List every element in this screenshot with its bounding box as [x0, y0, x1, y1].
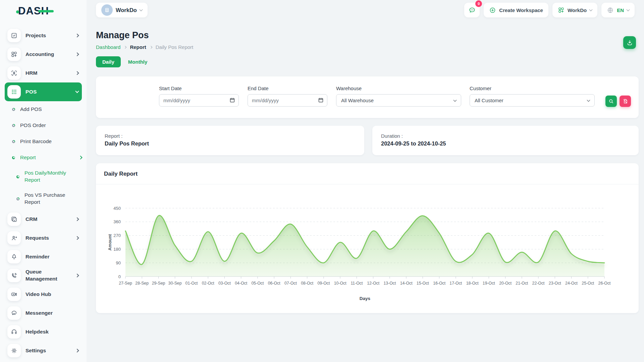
end-date-input[interactable] — [248, 94, 327, 107]
sidebar-item-requests[interactable]: Requests — [5, 229, 82, 247]
report-summary-card: Report : Daily Pos Report — [96, 126, 364, 155]
sidebar-item-pos-daily-monthly-report[interactable]: Pos Daily/Monthly Report — [5, 166, 82, 188]
filter-search-button[interactable] — [605, 96, 617, 107]
daily-report-chart: 09018027036045027-Sep28-Sep29-Sep30-Sep0… — [104, 193, 631, 303]
svg-text:28-Sep: 28-Sep — [135, 281, 149, 286]
page-title: Manage Pos — [96, 30, 149, 41]
calendar-icon — [318, 97, 324, 103]
download-button[interactable] — [623, 36, 636, 49]
tab-daily[interactable]: Daily — [96, 56, 121, 67]
create-workspace-button[interactable]: Create Workspace — [484, 3, 548, 17]
svg-text:0: 0 — [118, 274, 121, 279]
sidebar-item-accounting[interactable]: Accounting — [5, 45, 82, 64]
sidebar-item-label: Print Barcode — [20, 138, 82, 145]
svg-text:180: 180 — [113, 247, 121, 252]
sidebar-item-report[interactable]: Report — [5, 149, 82, 166]
report-period-tabs: Daily Monthly — [96, 56, 149, 67]
user-plus-icon — [7, 231, 21, 245]
sidebar-item-crm[interactable]: CRM — [5, 210, 82, 229]
chevron-right-icon — [75, 71, 79, 75]
breadcrumb-dashboard[interactable]: Dashboard — [96, 44, 120, 50]
sidebar-item-hrm[interactable]: HRM — [5, 64, 82, 82]
headset-icon — [7, 325, 21, 339]
video-camera-icon — [7, 288, 21, 301]
end-date-label: End Date — [248, 85, 327, 91]
svg-text:21-Oct: 21-Oct — [516, 281, 528, 286]
customer-label: Customer — [470, 85, 595, 91]
report-value: Daily Pos Report — [105, 140, 149, 147]
sidebar-item-label: Helpdesk — [25, 328, 78, 336]
sidebar-item-label: HRM — [25, 70, 73, 77]
search-icon — [608, 98, 614, 104]
grid-plus-icon — [558, 7, 565, 13]
download-icon — [626, 39, 633, 46]
chart-title: Daily Report — [104, 171, 138, 177]
customer-select[interactable]: All Customer — [470, 94, 595, 107]
chat-bubble-icon — [7, 306, 21, 320]
daily-report-card: Daily Report 09018027036045027-Sep28-Sep… — [96, 163, 639, 313]
messages-button[interactable]: 0 — [464, 3, 480, 17]
calendar-icon — [229, 97, 235, 105]
svg-text:11-Oct: 11-Oct — [351, 281, 363, 286]
workspace-menu-button[interactable]: WorkDo — [552, 3, 597, 17]
chevron-right-icon — [75, 236, 79, 240]
svg-text:16-Oct: 16-Oct — [433, 281, 445, 286]
grid-plus-icon — [7, 48, 21, 61]
start-date-input[interactable] — [159, 94, 239, 107]
workspace-selector[interactable]: WorkDo — [96, 3, 148, 17]
cards-icon — [7, 213, 21, 226]
breadcrumb-report[interactable]: Report — [130, 44, 146, 50]
svg-text:23-Oct: 23-Oct — [549, 281, 561, 286]
logo-text: DASH — [18, 5, 49, 17]
filter-reset-button[interactable] — [620, 96, 631, 107]
circle-plus-icon — [489, 7, 496, 14]
sidebar-item-helpdesk[interactable]: Helpdesk — [5, 322, 82, 341]
svg-text:18-Oct: 18-Oct — [466, 281, 479, 286]
sidebar-item-messenger[interactable]: Messenger — [5, 304, 82, 322]
chevron-down-icon — [627, 8, 630, 11]
sidebar-item-label: CRM — [25, 216, 73, 223]
sidebar-item-print-barcode[interactable]: Print Barcode — [5, 133, 82, 149]
sidebar-menu: ProjectsAccountingHRMPOSAdd POSPOS Order… — [5, 26, 82, 360]
start-date-label: Start Date — [159, 85, 239, 91]
brand-logo[interactable]: DASH — [18, 4, 49, 18]
tab-monthly[interactable]: Monthly — [127, 56, 149, 67]
sidebar-item-settings[interactable]: Settings — [5, 341, 82, 360]
workspace-name: WorkDo — [116, 7, 137, 13]
divider — [96, 184, 639, 184]
topbar-actions: 0 Create Workspace WorkDo EN — [464, 3, 635, 17]
svg-text:04-Oct: 04-Oct — [235, 281, 247, 286]
sidebar-item-label: POS — [25, 88, 73, 96]
breadcrumb: Dashboard Report Daily Pos Report — [96, 44, 193, 50]
svg-text:13-Oct: 13-Oct — [383, 281, 396, 286]
svg-text:450: 450 — [113, 206, 121, 211]
sidebar-item-pos[interactable]: POS — [5, 82, 82, 101]
sidebar-item-pos-order[interactable]: POS Order — [5, 117, 82, 133]
building-icon — [104, 7, 110, 13]
sidebar-item-label: Pos VS Purchase Report — [24, 192, 82, 206]
sidebar-item-label: Projects — [25, 32, 73, 39]
warehouse-select[interactable]: All Warehouse — [336, 94, 461, 107]
sidebar-item-add-pos[interactable]: Add POS — [5, 101, 82, 117]
chevron-right-icon — [75, 52, 79, 56]
sidebar-item-label: Settings — [25, 347, 73, 354]
chevron-right-icon — [75, 34, 79, 37]
messages-count-badge: 0 — [475, 0, 482, 7]
sidebar-item-video-hub[interactable]: Video Hub — [5, 285, 82, 304]
warehouse-select-value: All Warehouse — [341, 98, 374, 103]
svg-text:90: 90 — [116, 260, 121, 265]
sidebar-item-reminder[interactable]: Reminder — [5, 247, 82, 266]
svg-text:Days: Days — [360, 296, 370, 301]
svg-text:Amount: Amount — [107, 234, 112, 251]
sidebar-item-projects[interactable]: Projects — [5, 26, 82, 45]
sidebar-item-pos-vs-purchase-report[interactable]: Pos VS Purchase Report — [5, 188, 82, 210]
svg-text:270: 270 — [113, 233, 121, 238]
chevron-down-icon — [453, 98, 457, 102]
language-selector[interactable]: EN — [601, 3, 635, 17]
bullet-icon — [16, 197, 19, 200]
sidebar-item-label: Requests — [25, 235, 73, 242]
sidebar-item-queue-management[interactable]: Queue Management — [5, 266, 82, 285]
svg-text:360: 360 — [113, 219, 121, 224]
customer-select-value: All Customer — [475, 98, 503, 103]
language-label: EN — [617, 7, 624, 13]
